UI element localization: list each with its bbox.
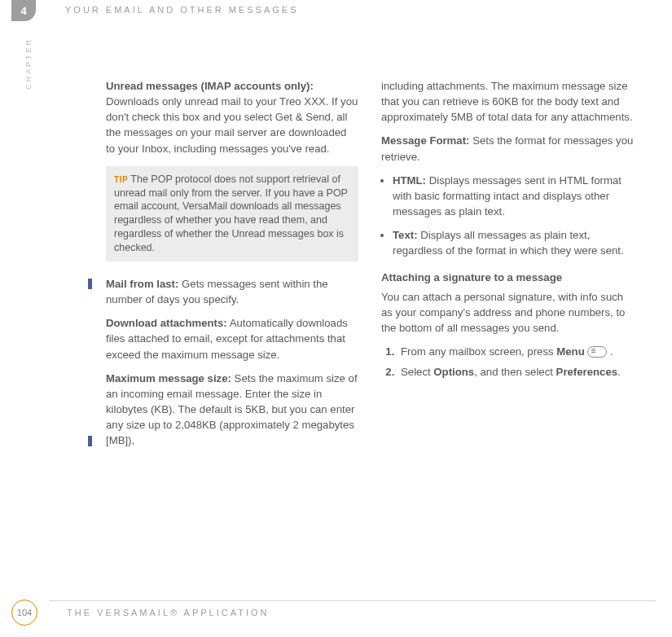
content-area: Unread messages (IMAP accounts only): Do…: [106, 78, 672, 456]
chapter-number-tab: 4: [11, 0, 36, 21]
bold-label: Message Format:: [381, 134, 469, 147]
step-text: .: [617, 366, 621, 378]
side-marker-icon: [88, 436, 92, 446]
bold-label: Maximum message size:: [106, 372, 231, 384]
right-column: including attachments. The maximum messa…: [381, 78, 634, 456]
bold-label: HTML:: [393, 174, 426, 187]
body-text: Displays messages sent in HTML format wi…: [393, 174, 621, 217]
paragraph-max-size: Maximum message size: Sets the maximum s…: [106, 371, 358, 449]
list-item: HTML: Displays messages sent in HTML for…: [393, 173, 634, 219]
bold-label: Options: [433, 366, 474, 378]
paragraph-unread: Unread messages (IMAP accounts only): Do…: [106, 78, 358, 156]
bold-label: Mail from last:: [106, 278, 178, 290]
paragraph-continuation: including attachments. The maximum messa…: [381, 78, 634, 125]
side-marker-icon: [88, 279, 92, 289]
bold-label: Menu: [556, 345, 584, 358]
format-bullet-list: HTML: Displays messages sent in HTML for…: [381, 173, 634, 259]
bold-label: Preferences: [556, 366, 618, 378]
paragraph-download-attachments: Download attachments: Automatically down…: [106, 315, 358, 362]
step-item: From any mailbox screen, press Menu .: [397, 344, 634, 359]
left-column: Unread messages (IMAP accounts only): Do…: [106, 78, 358, 456]
paragraph-mail-from-last: Mail from last: Gets messages sent withi…: [106, 276, 358, 307]
menu-icon: [587, 346, 607, 358]
bold-label: Download attachments:: [106, 317, 227, 329]
list-item: Text: Displays all messages as plain tex…: [393, 227, 634, 258]
step-text: , and then select: [474, 366, 556, 378]
steps-list: From any mailbox screen, press Menu . Se…: [381, 344, 634, 380]
bold-label: Text:: [393, 229, 418, 241]
page-footer: 104 THE VERSAMAIL® APPLICATION: [11, 600, 270, 626]
step-text: From any mailbox screen, press: [401, 345, 556, 358]
tip-text: The POP protocol does not support retrie…: [114, 174, 348, 253]
section-heading: Attaching a signature to a message: [381, 270, 634, 285]
step-text: Select: [401, 366, 433, 378]
paragraph-signature-intro: You can attach a personal signature, wit…: [381, 289, 634, 336]
tip-label: TIP: [114, 175, 128, 184]
page-header: 4 YOUR EMAIL AND OTHER MESSAGES: [0, 0, 672, 21]
step-item: Select Options, and then select Preferen…: [397, 364, 634, 380]
body-text: Downloads only unread mail to your Treo …: [106, 95, 358, 154]
bold-label: Unread messages (IMAP accounts only):: [106, 80, 314, 92]
chapter-side-label: CHAPTER: [24, 37, 33, 90]
body-text: Displays all messages as plain text, reg…: [393, 229, 624, 257]
page-number: 104: [11, 600, 37, 626]
header-title: YOUR EMAIL AND OTHER MESSAGES: [65, 5, 298, 15]
footer-title: THE VERSAMAIL® APPLICATION: [67, 608, 270, 617]
step-text: .: [607, 345, 613, 358]
tip-box: TIP The POP protocol does not support re…: [106, 166, 358, 261]
paragraph-message-format: Message Format: Sets the format for mess…: [381, 133, 634, 164]
